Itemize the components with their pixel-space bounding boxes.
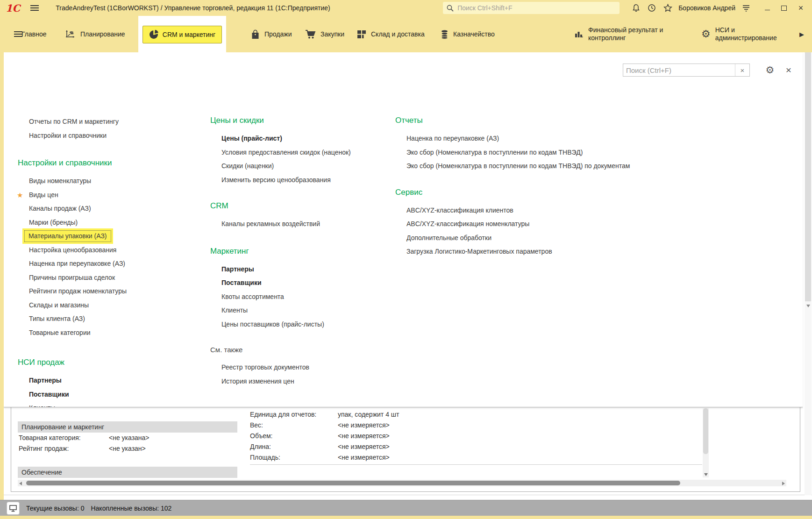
favorites-star-icon[interactable]: [660, 2, 676, 14]
current-user[interactable]: Боровиков Андрей: [678, 4, 735, 12]
menu-item[interactable]: Отчеты по CRM и маркетингу: [14, 115, 182, 129]
scrollbar-thumb[interactable]: [26, 481, 680, 485]
scroll-down-arrow-icon[interactable]: [806, 305, 810, 307]
menu-item[interactable]: Причины проигрыша сделок: [14, 271, 182, 285]
1c-logo: 1С: [6, 3, 20, 13]
minimize-button[interactable]: [759, 1, 776, 14]
notifications-bell-icon[interactable]: [628, 2, 644, 14]
menu-item[interactable]: Эко сбор (Номенклатура в поступлении по …: [392, 146, 691, 160]
menu-item[interactable]: Склады и магазины: [14, 299, 182, 313]
menu-item[interactable]: Наценка по переупаковке (АЗ): [392, 132, 691, 146]
menu-item[interactable]: Цены (прайс-лист): [207, 132, 389, 146]
tab-zakupki[interactable]: Закупки: [305, 16, 344, 52]
menu-item-favorited[interactable]: ★ Виды цен: [14, 188, 182, 202]
client-calls-monitor-icon[interactable]: [7, 502, 20, 515]
scrollbar-thumb[interactable]: [703, 408, 708, 454]
tab-prodazhi[interactable]: Продажи: [251, 16, 292, 52]
scroll-right-arrow-icon[interactable]: [782, 482, 785, 485]
menu-item[interactable]: История изменения цен: [207, 375, 389, 389]
menu-item[interactable]: Цены поставщиков (прайс-листы): [207, 318, 389, 332]
tab-finansovyj-rezultat[interactable]: Финансовый результат и контроллинг: [574, 16, 682, 52]
menu-item[interactable]: Скидки (наценки): [207, 159, 389, 173]
tab-sklad-dostavka[interactable]: Склад и доставка: [357, 16, 425, 52]
clear-search-icon[interactable]: ×: [735, 64, 749, 76]
menu-item[interactable]: Настройки и справочники: [14, 129, 182, 143]
menu-section-header: CRM: [207, 200, 389, 212]
crm-section-dropdown-panel: × ⚙ × Отчеты по CRM и маркетингу Настрой…: [4, 52, 803, 407]
menu-item[interactable]: Дополнительные обработки: [392, 231, 691, 245]
tab-glavnoe[interactable]: Главное: [21, 16, 47, 52]
workspace-vertical-scrollbar[interactable]: [805, 52, 812, 495]
field-value[interactable]: упак, содержит 4 шт: [338, 410, 399, 419]
inner-horizontal-scrollbar[interactable]: [18, 480, 786, 486]
field-value[interactable]: <не указана>: [109, 433, 150, 442]
menu-item[interactable]: Клиенты: [14, 401, 182, 407]
menu-item[interactable]: Реестр торговых документов: [207, 361, 389, 375]
scrollbar-thumb[interactable]: [805, 52, 811, 301]
menu-item[interactable]: Поставщики: [14, 388, 182, 402]
global-search-input[interactable]: [456, 4, 616, 12]
field-value[interactable]: <не указан>: [109, 444, 146, 453]
tab-kaznacheystvo[interactable]: Казначейство: [441, 16, 495, 52]
tab-nsi-administrirovanie[interactable]: ⚙ НСИ и администрирование: [701, 16, 797, 52]
menu-item[interactable]: Условия предоставления скидок (наценок): [207, 146, 389, 160]
menu-item[interactable]: ABC/XYZ-классификация клиентов: [392, 204, 691, 218]
panel-close-icon[interactable]: ×: [782, 64, 795, 77]
tab-crm-marketing[interactable]: CRM и маркетинг: [142, 26, 222, 43]
menu-section-header: Настройки и справочники: [14, 157, 182, 169]
menu-item[interactable]: Партнеры: [207, 263, 389, 277]
menu-item[interactable]: Наценка при переупаковке (АЗ): [14, 257, 182, 271]
main-menu-icon[interactable]: [30, 5, 39, 11]
user-menu-icon[interactable]: [738, 2, 754, 14]
field-value[interactable]: <не измеряется>: [338, 431, 390, 441]
menu-item[interactable]: Партнеры: [14, 374, 182, 388]
form-section-header[interactable]: Обеспечение: [18, 467, 237, 478]
coins-icon: [441, 29, 449, 39]
menu-section-header: Маркетинг: [207, 246, 389, 257]
maximize-button[interactable]: [776, 1, 792, 14]
menu-item[interactable]: Настройка ценообразования: [14, 243, 182, 257]
panel-search-input[interactable]: [623, 64, 735, 76]
menu-item[interactable]: Виды номенклатуры: [14, 174, 182, 188]
fields-divider: [250, 464, 702, 465]
menu-item[interactable]: ABC/XYZ-классификация номенклатуры: [392, 217, 691, 231]
scroll-down-arrow-icon[interactable]: [704, 473, 708, 476]
panel-settings-gear-icon[interactable]: ⚙: [763, 64, 776, 77]
field-value[interactable]: <не измеряется>: [338, 420, 390, 430]
menu-item[interactable]: Каналы продаж (АЗ): [14, 202, 182, 216]
menu-column-2: Цены и скидки Цены (прайс-лист) Условия …: [207, 115, 389, 388]
menu-item[interactable]: Эко сбор (Номенклатура в поступлении по …: [392, 159, 691, 173]
menu-item[interactable]: Клиенты: [207, 304, 389, 318]
form-section-header[interactable]: Планирование и маркетинг: [18, 421, 237, 433]
window-bottom-border: [11, 491, 800, 492]
field-label: Вес:: [250, 420, 263, 430]
planning-chart-icon: [65, 29, 76, 39]
panel-search[interactable]: ×: [623, 64, 750, 77]
menu-item[interactable]: Квоты ассортимента: [207, 290, 389, 304]
tab-crm-marketing-active-area: CRM и маркетинг: [138, 16, 226, 53]
inner-vertical-scrollbar[interactable]: [703, 408, 709, 477]
menu-item-label: Материалы упаковки (АЗ): [24, 230, 111, 242]
menu-item[interactable]: Типы клиента (АЗ): [14, 312, 182, 326]
scroll-left-arrow-icon[interactable]: [19, 482, 22, 485]
menu-item[interactable]: Марки (бренды): [14, 216, 182, 230]
global-search[interactable]: [443, 2, 620, 14]
field-label: Товарная категория:: [19, 433, 81, 442]
menu-item[interactable]: Рейтинги продаж номенклатуры: [14, 284, 182, 299]
field-value[interactable]: <не измеряется>: [338, 442, 390, 451]
app-frame-bottom: [0, 516, 812, 519]
field-label: Единица для отчетов:: [250, 410, 316, 419]
field-label: Площадь:: [250, 453, 280, 462]
history-icon[interactable]: [644, 2, 660, 14]
status-bar: Текущие вызовы: 0 Накопленные вызовы: 10…: [0, 500, 812, 516]
menu-item[interactable]: Поставщики: [207, 276, 389, 290]
menu-item[interactable]: Каналы рекламных воздействий: [207, 217, 389, 231]
field-value[interactable]: <не измеряется>: [338, 453, 390, 462]
menu-item[interactable]: Товарные категории: [14, 326, 182, 340]
menu-item[interactable]: Загрузка Логистико-Маркетинговых парамет…: [392, 245, 691, 259]
menu-item[interactable]: Изменить версию ценообразования: [207, 173, 389, 187]
close-button[interactable]: ×: [792, 1, 809, 14]
ribbon-overflow-arrow-icon[interactable]: ▶: [799, 16, 804, 52]
tab-planirovanie[interactable]: Планирование: [65, 16, 125, 52]
menu-item-highlighted[interactable]: Материалы упаковки (АЗ): [14, 229, 182, 243]
